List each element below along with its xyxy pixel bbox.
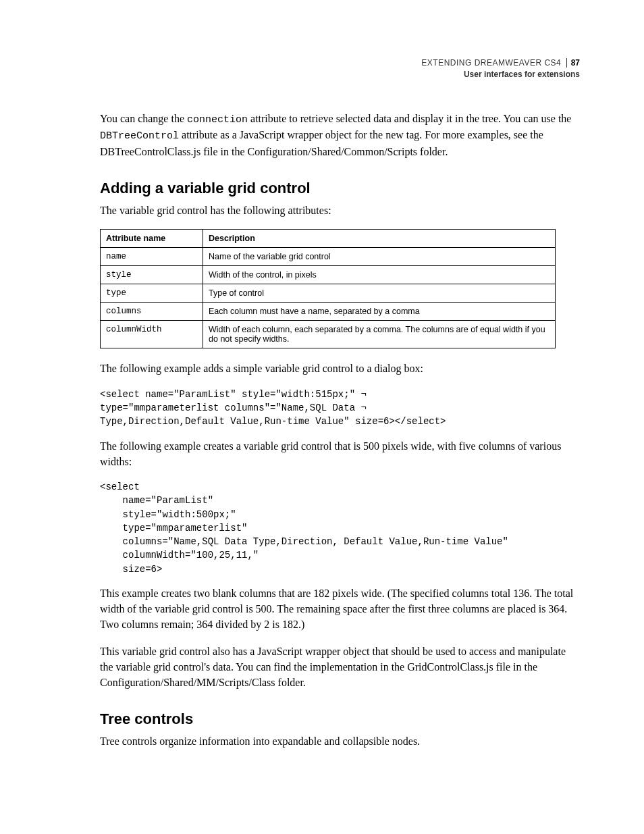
table-row: name Name of the variable grid control (101, 248, 556, 266)
doc-title: EXTENDING DREAMWEAVER CS4 (421, 57, 561, 69)
body-text: The following example adds a simple vari… (100, 361, 580, 376)
attr-desc-cell: Each column must have a name, separated … (203, 303, 556, 321)
section-path: User interfaces for extensions (100, 69, 580, 80)
attr-name-cell: columns (101, 303, 203, 321)
page-number: 87 (566, 58, 580, 68)
body-text: The variable grid control has the follow… (100, 203, 580, 218)
section-heading: Tree controls (100, 710, 580, 728)
table-row: style Width of the control, in pixels (101, 266, 556, 284)
intro-paragraph: You can change the connection attribute … (100, 111, 580, 160)
col-header-desc: Description (203, 230, 556, 248)
col-header-name: Attribute name (101, 230, 203, 248)
attr-name-cell: type (101, 284, 203, 303)
document-page: EXTENDING DREAMWEAVER CS4 87 User interf… (0, 0, 644, 800)
page-header: EXTENDING DREAMWEAVER CS4 87 User interf… (100, 57, 580, 80)
attribute-table: Attribute name Description name Name of … (100, 229, 556, 348)
code-inline: connection (187, 114, 248, 126)
attr-name-cell: style (101, 266, 203, 284)
code-block: <select name="ParamList" style="width:50… (100, 480, 580, 576)
table-row: columns Each column must have a name, se… (101, 303, 556, 321)
code-inline: DBTreeControl (100, 130, 179, 142)
attr-desc-cell: Name of the variable grid control (203, 248, 556, 266)
attr-desc-cell: Width of the control, in pixels (203, 266, 556, 284)
body-text: This variable grid control also has a Ja… (100, 644, 580, 691)
code-block: <select name="ParamList" style="width:51… (100, 388, 580, 429)
table-row: columnWidth Width of each column, each s… (101, 321, 556, 348)
attr-name-cell: name (101, 248, 203, 266)
body-text: This example creates two blank columns t… (100, 585, 580, 633)
body-text: The following example creates a variable… (100, 438, 580, 469)
table-row: type Type of control (101, 284, 556, 303)
text: You can change the (100, 113, 187, 124)
text: attribute to retrieve selected data and … (248, 113, 571, 124)
table-header-row: Attribute name Description (101, 230, 556, 248)
attr-name-cell: columnWidth (101, 321, 203, 348)
section-heading: Adding a variable grid control (100, 180, 580, 197)
attr-desc-cell: Type of control (203, 284, 556, 303)
attr-desc-cell: Width of each column, each separated by … (203, 321, 556, 348)
body-text: Tree controls organize information into … (100, 733, 580, 749)
